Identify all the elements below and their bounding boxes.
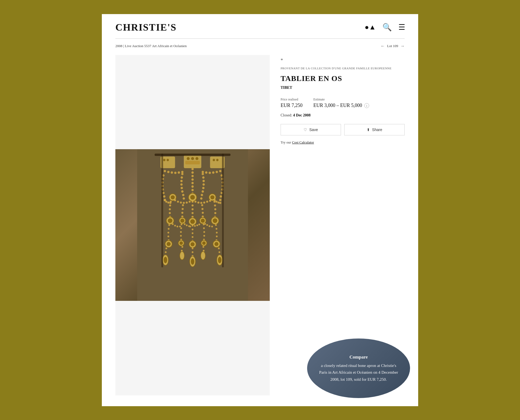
- heart-icon: ♡: [304, 128, 307, 132]
- svg-point-53: [202, 190, 204, 193]
- svg-point-88: [217, 201, 220, 204]
- svg-point-150: [192, 232, 193, 234]
- svg-point-44: [191, 182, 194, 184]
- header-icons: ●▲ 🔍 ☰: [365, 23, 405, 32]
- price-row: Price realised EUR 7,250 Estimate EUR 3,…: [281, 97, 405, 108]
- svg-point-33: [181, 176, 183, 179]
- svg-point-132: [196, 224, 198, 226]
- price-realised-value: EUR 7,250: [281, 103, 303, 108]
- svg-point-116: [180, 219, 184, 223]
- svg-point-67: [190, 195, 195, 200]
- svg-point-181: [203, 246, 204, 248]
- svg-point-49: [202, 176, 205, 179]
- svg-point-89: [219, 202, 222, 204]
- svg-point-10: [213, 159, 215, 161]
- estimate-row: EUR 3,000 – EUR 5,000 i: [313, 103, 405, 108]
- svg-point-43: [191, 178, 194, 181]
- svg-point-124: [174, 225, 176, 226]
- lot-title: TABLIER EN OS: [281, 74, 405, 83]
- estimate-value: EUR 3,000 – EUR 5,000: [313, 103, 362, 108]
- svg-point-110: [214, 208, 216, 210]
- tooltip-text: Compare a closely related ritual bone ap…: [318, 353, 399, 383]
- artwork-svg: [115, 149, 270, 301]
- svg-point-39: [183, 197, 185, 200]
- svg-point-168: [190, 242, 194, 246]
- svg-point-11: [216, 159, 219, 161]
- tooltip-description: a closely related ritual bone apron at C…: [319, 363, 398, 382]
- svg-point-75: [188, 201, 191, 203]
- svg-point-12: [164, 170, 166, 172]
- svg-point-159: [216, 228, 217, 230]
- artwork-image: [115, 149, 270, 301]
- svg-point-187: [164, 257, 167, 263]
- svg-point-120: [201, 219, 205, 223]
- save-button[interactable]: ♡ Save: [281, 124, 341, 135]
- user-icon[interactable]: ●▲: [365, 23, 376, 31]
- svg-point-161: [216, 236, 217, 237]
- svg-point-190: [191, 258, 194, 265]
- svg-rect-5: [185, 161, 200, 164]
- share-button[interactable]: ⬆ Share: [344, 124, 405, 135]
- svg-point-179: [192, 251, 193, 253]
- svg-point-127: [184, 223, 186, 225]
- svg-point-123: [172, 223, 174, 225]
- svg-point-2: [187, 157, 190, 160]
- svg-point-182: [203, 250, 204, 252]
- breadcrumb-bar: 2008 | Live Auction 5537 Art Africain et…: [102, 39, 418, 52]
- closed-date: Closed: 4 Dec 2008: [281, 113, 405, 118]
- svg-point-77: [197, 201, 200, 204]
- svg-point-102: [191, 212, 194, 214]
- svg-point-151: [192, 236, 193, 238]
- svg-point-145: [180, 231, 182, 233]
- svg-point-52: [202, 187, 205, 189]
- svg-point-136: [209, 225, 210, 227]
- svg-point-36: [181, 187, 183, 189]
- svg-point-193: [218, 257, 222, 263]
- image-column: [115, 55, 270, 395]
- svg-point-130: [189, 226, 191, 227]
- svg-point-72: [180, 201, 182, 204]
- svg-point-106: [202, 212, 204, 214]
- share-icon: ⬆: [367, 128, 370, 132]
- svg-point-153: [203, 224, 204, 225]
- svg-point-139: [168, 228, 169, 230]
- svg-point-99: [191, 201, 194, 203]
- svg-point-156: [203, 235, 205, 237]
- price-realised-block: Price realised EUR 7,250: [281, 97, 303, 108]
- lot-next-arrow[interactable]: →: [400, 44, 405, 48]
- closed-label: Closed:: [281, 113, 292, 117]
- svg-point-173: [165, 248, 167, 249]
- svg-point-30: [163, 195, 165, 198]
- cost-calculator-link[interactable]: Cost Calculator: [292, 140, 314, 144]
- svg-point-71: [177, 201, 179, 203]
- breadcrumb-auction[interactable]: Live Auction 5537 Art Africain et Océani…: [125, 44, 187, 48]
- svg-point-148: [192, 225, 193, 226]
- menu-icon[interactable]: ☰: [398, 25, 405, 30]
- svg-point-48: [202, 173, 204, 175]
- svg-point-90: [170, 201, 172, 203]
- svg-point-78: [200, 202, 203, 204]
- svg-rect-195: [161, 154, 163, 267]
- svg-point-45: [191, 185, 194, 188]
- svg-point-158: [215, 224, 217, 226]
- search-icon[interactable]: 🔍: [382, 23, 392, 32]
- svg-point-62: [220, 195, 222, 198]
- svg-point-177: [181, 250, 183, 252]
- svg-point-154: [203, 227, 205, 229]
- breadcrumb-year: 2008: [115, 44, 122, 48]
- svg-point-38: [182, 194, 184, 196]
- svg-point-122: [213, 218, 217, 223]
- svg-point-174: [165, 251, 167, 253]
- svg-point-79: [203, 201, 205, 204]
- lot-prev-arrow[interactable]: ←: [381, 44, 385, 48]
- share-label: Share: [372, 128, 382, 132]
- info-icon[interactable]: i: [364, 103, 369, 108]
- main-content: * PROVENANT DE LA COLLECTION D'UNE GRAND…: [102, 52, 418, 406]
- svg-point-74: [186, 201, 188, 204]
- svg-point-82: [164, 199, 166, 201]
- svg-point-37: [181, 190, 184, 193]
- svg-point-80: [206, 201, 208, 203]
- svg-point-73: [183, 202, 185, 204]
- svg-point-128: [186, 224, 187, 226]
- svg-point-70: [174, 199, 176, 201]
